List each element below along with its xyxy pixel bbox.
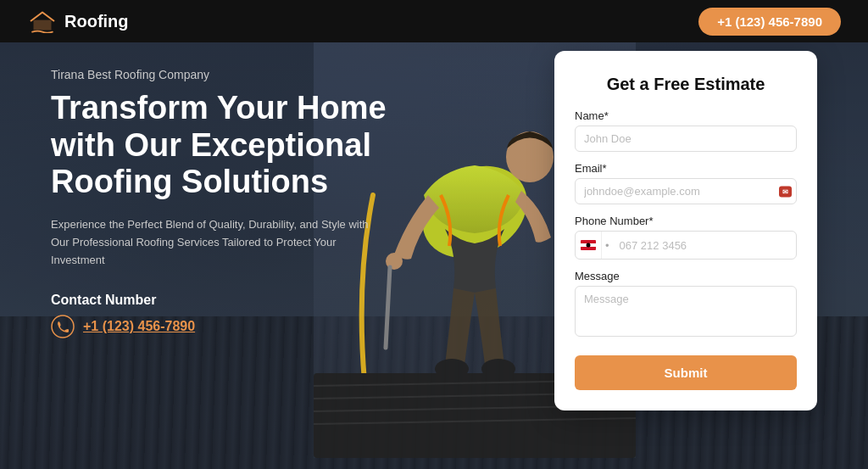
hero-content: Tirana Best Roofing Company Transform Yo…: [51, 68, 424, 338]
name-label: Name*: [575, 109, 797, 122]
name-input[interactable]: [575, 126, 797, 152]
message-label: Message: [575, 270, 797, 282]
nav-phone-button[interactable]: +1 (123) 456-7890: [698, 8, 841, 36]
phone-separator: •: [602, 239, 613, 252]
phone-icon: [51, 315, 75, 338]
estimate-form-card: Get a Free Estimate Name* Email* ✉ Phone…: [554, 51, 817, 410]
submit-button[interactable]: Submit: [575, 355, 797, 390]
logo-icon: [27, 9, 58, 33]
phone-flag[interactable]: [576, 232, 602, 259]
hero-title: Transform Your Home with Our Exceptional…: [51, 90, 424, 201]
flag-icon: [581, 240, 596, 250]
flag-dot: [587, 243, 591, 248]
email-field-group: Email* ✉: [575, 162, 797, 204]
name-field-group: Name*: [575, 109, 797, 152]
hero-description: Experience the Perfect Blend of Quality,…: [51, 216, 373, 269]
phone-label: Phone Number*: [575, 215, 797, 227]
message-field-group: Message: [575, 270, 797, 340]
contact-label: Contact Number: [51, 293, 424, 308]
hero-phone-number[interactable]: +1 (123) 456-7890: [83, 319, 195, 334]
email-label: Email*: [575, 162, 797, 175]
message-textarea[interactable]: [575, 286, 797, 337]
hero-subtitle: Tirana Best Roofing Company: [51, 68, 424, 81]
logo: Roofing: [27, 9, 129, 33]
phone-field-group: Phone Number* •: [575, 215, 797, 260]
email-input[interactable]: [575, 178, 797, 204]
phone-input[interactable]: [613, 233, 796, 258]
svg-point-12: [52, 315, 74, 338]
email-badge-icon: ✉: [779, 186, 792, 197]
hero-phone: +1 (123) 456-7890: [51, 315, 424, 338]
phone-input-wrapper: •: [575, 231, 797, 260]
brand-name: Roofing: [64, 12, 129, 31]
form-title: Get a Free Estimate: [575, 75, 797, 94]
navbar: Roofing +1 (123) 456-7890: [0, 0, 868, 42]
email-wrapper: ✉: [575, 178, 797, 204]
